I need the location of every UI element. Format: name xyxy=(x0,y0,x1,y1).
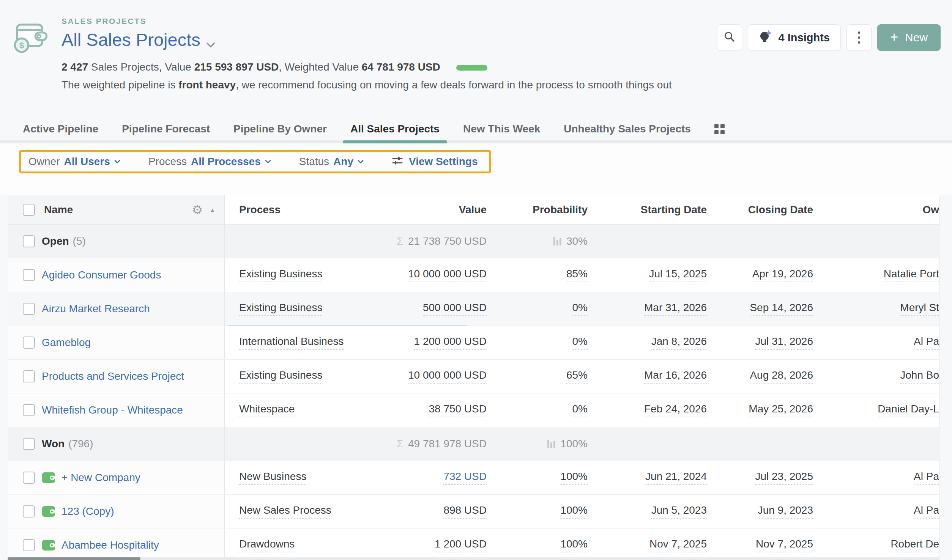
closing-date-header[interactable]: Closing Date xyxy=(707,195,813,224)
tab-pipeline-forecast[interactable]: Pipeline Forecast xyxy=(122,123,210,135)
tab-new-this-week[interactable]: New This Week xyxy=(463,123,540,135)
probability-value[interactable]: 0% xyxy=(572,302,588,316)
horizontal-scrollbar-thumb[interactable] xyxy=(8,557,140,560)
probability-value[interactable]: 100% xyxy=(560,538,588,552)
value-cell: 898 USD xyxy=(377,495,487,528)
process-value[interactable]: Existing Business xyxy=(239,302,322,316)
probability-value[interactable]: 0% xyxy=(572,335,588,350)
value-value[interactable]: 10 000 000 USD xyxy=(408,268,487,282)
row-checkbox[interactable] xyxy=(23,370,35,382)
new-button[interactable]: + New xyxy=(877,24,941,51)
owner-value[interactable]: Al Pa xyxy=(914,335,939,350)
row-checkbox[interactable] xyxy=(23,539,35,551)
more-options-button[interactable] xyxy=(846,24,872,51)
owner-value[interactable]: Natalie Port xyxy=(884,268,939,282)
project-link[interactable]: 123 (Copy) xyxy=(61,505,114,518)
value-value[interactable]: 732 USD xyxy=(443,470,487,485)
insights-button[interactable]: 4 Insights xyxy=(748,24,841,51)
value-header[interactable]: Value xyxy=(377,195,487,224)
value-value[interactable]: 38 750 USD xyxy=(429,403,487,417)
process-value[interactable]: Existing Business xyxy=(239,369,322,384)
row-checkbox[interactable] xyxy=(23,505,35,518)
group-checkbox[interactable] xyxy=(23,235,35,247)
project-link[interactable]: Products and Services Project xyxy=(42,370,184,382)
closing-date-value[interactable]: Sep 14, 2026 xyxy=(750,302,813,316)
probability-header[interactable]: Probability xyxy=(487,195,588,224)
project-link[interactable]: Agideo Consumer Goods xyxy=(42,269,161,281)
horizontal-scrollbar[interactable] xyxy=(8,557,939,560)
row-checkbox[interactable] xyxy=(23,303,35,315)
closing-date-value[interactable]: Jul 23, 2025 xyxy=(755,470,813,485)
starting-date-value[interactable]: Jul 15, 2025 xyxy=(649,268,707,282)
starting-date-header[interactable]: Starting Date xyxy=(588,195,707,224)
starting-date-value[interactable]: Mar 31, 2026 xyxy=(644,302,707,316)
process-value[interactable]: New Business xyxy=(239,470,306,485)
view-settings-button[interactable]: View Settings xyxy=(392,155,478,169)
select-all-checkbox[interactable] xyxy=(23,204,35,216)
owner-value[interactable]: Al Pa xyxy=(914,470,939,485)
tab-pipeline-by-owner[interactable]: Pipeline By Owner xyxy=(233,123,327,135)
starting-date-value[interactable]: Jun 21, 2024 xyxy=(645,470,707,485)
closing-date-value[interactable]: Apr 19, 2026 xyxy=(752,268,813,282)
starting-date-value[interactable]: Mar 16, 2026 xyxy=(644,369,707,384)
row-checkbox[interactable] xyxy=(23,269,35,281)
owner-value[interactable]: Al Pa xyxy=(914,504,939,519)
row-checkbox[interactable] xyxy=(23,472,35,484)
row-checkbox[interactable] xyxy=(23,337,35,349)
process-header[interactable]: Process xyxy=(225,195,377,224)
project-link[interactable]: Gameblog xyxy=(42,337,91,349)
probability-value[interactable]: 65% xyxy=(566,369,588,384)
tab-active-pipeline[interactable]: Active Pipeline xyxy=(23,123,98,135)
process-value[interactable]: International Business xyxy=(239,335,344,350)
starting-date-value[interactable]: Feb 24, 2026 xyxy=(644,403,707,417)
probability-value[interactable]: 0% xyxy=(572,403,588,417)
process-filter[interactable]: Process All Processes xyxy=(148,156,271,168)
page-title[interactable]: All Sales Projects xyxy=(61,27,672,52)
value-value[interactable]: 500 000 USD xyxy=(423,302,487,316)
group-checkbox[interactable] xyxy=(23,438,35,450)
search-button[interactable] xyxy=(717,24,742,51)
closing-date-value[interactable]: May 25, 2026 xyxy=(749,403,813,417)
value-value[interactable]: 898 USD xyxy=(443,504,487,519)
process-value[interactable]: Existing Business xyxy=(239,268,322,282)
starting-date-value[interactable]: Jun 5, 2023 xyxy=(651,504,707,519)
project-link[interactable]: Abambee Hospitality xyxy=(61,539,159,551)
owner-value[interactable]: Daniel Day-L xyxy=(878,403,939,417)
group-value-cell: Σ 49 781 978 USD xyxy=(377,427,487,461)
chevron-down-icon[interactable] xyxy=(206,31,215,52)
process-cell: Existing Business xyxy=(225,360,377,393)
project-link[interactable]: + New Company xyxy=(61,472,140,484)
search-icon xyxy=(723,31,736,44)
probability-value[interactable]: 100% xyxy=(560,470,588,485)
probability-value[interactable]: 85% xyxy=(566,268,588,282)
owner-filter[interactable]: Owner All Users xyxy=(28,156,120,168)
sort-ascending-icon[interactable]: ▲ xyxy=(210,207,215,213)
closing-date-value[interactable]: Nov 7, 2025 xyxy=(756,538,813,552)
process-cell: Existing Business xyxy=(225,292,377,326)
grid-view-icon[interactable] xyxy=(714,124,725,134)
value-value[interactable]: 1 200 USD xyxy=(435,538,487,552)
starting-date-value[interactable]: Jan 8, 2026 xyxy=(651,335,707,350)
project-link[interactable]: Whitefish Group - Whitespace xyxy=(42,404,183,416)
starting-date-value[interactable]: Nov 7, 2025 xyxy=(649,538,707,552)
value-value[interactable]: 1 200 000 USD xyxy=(414,335,487,350)
closing-date-value[interactable]: Aug 28, 2026 xyxy=(750,369,813,384)
row-checkbox[interactable] xyxy=(23,404,35,416)
project-link[interactable]: Airzu Market Research xyxy=(42,303,150,315)
process-value[interactable]: Whitespace xyxy=(239,403,295,417)
process-value[interactable]: Drawdowns xyxy=(239,538,295,552)
owner-value[interactable]: Meryl St xyxy=(900,302,939,316)
closing-date-value[interactable]: Jul 31, 2026 xyxy=(755,335,813,350)
value-value[interactable]: 10 000 000 USD xyxy=(408,369,487,384)
process-value[interactable]: New Sales Process xyxy=(239,504,331,519)
owner-value[interactable]: John Bo xyxy=(900,369,939,384)
status-filter[interactable]: Status Any xyxy=(299,156,364,168)
column-settings-gear-icon[interactable]: ⚙ xyxy=(192,203,203,217)
table-row: + New Company New Business 732 USD 100% … xyxy=(8,461,939,495)
owner-header[interactable]: Ow xyxy=(813,195,939,224)
owner-value[interactable]: Robert De xyxy=(891,538,939,552)
closing-date-value[interactable]: Jun 9, 2023 xyxy=(758,504,813,519)
tab-all-sales-projects[interactable]: All Sales Projects xyxy=(350,123,440,135)
probability-value[interactable]: 100% xyxy=(560,504,588,519)
tab-unhealthy-sales-projects[interactable]: Unhealthy Sales Projects xyxy=(564,123,691,135)
